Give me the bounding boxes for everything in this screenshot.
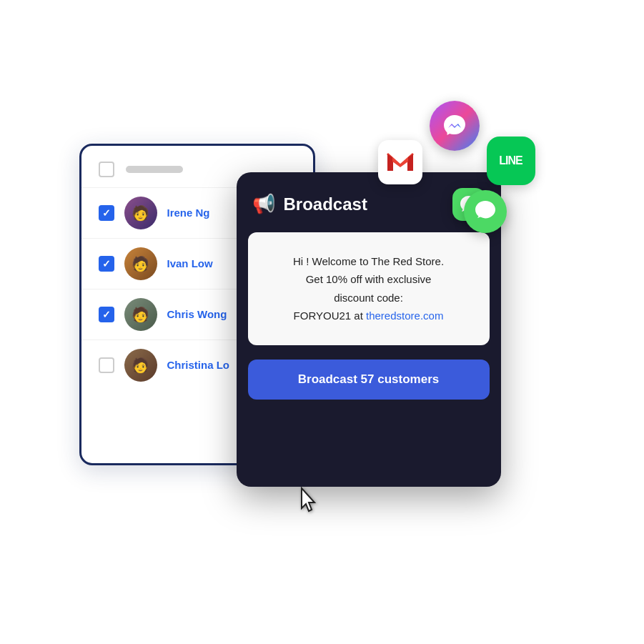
checkbox-christina[interactable] [99,357,114,373]
line-icon: LINE [487,137,535,185]
contact-name-chris: Chris Wong [167,308,227,320]
broadcast-message-text: Hi ! Welcome to The Red Store. Get 10% o… [265,252,472,325]
msg-line2: Get 10% off with exclusive [306,273,432,285]
contact-name-ivan: Ivan Low [167,257,213,269]
broadcast-title-group: 📢 Broadcast [252,193,367,215]
checkbox-ivan[interactable] [99,256,114,272]
header-checkbox[interactable] [99,162,114,177]
line-icon-label: LINE [499,154,522,167]
broadcast-button[interactable]: Broadcast 57 customers [248,360,490,400]
msg-line4: FORYOU21 at [294,309,363,322]
checkbox-chris[interactable] [99,307,114,322]
header-divider [126,166,183,173]
broadcast-card: 📢 Broadcast Hi ! Welcome to The Red Stor… [237,172,501,487]
avatar-face-ivan: 🧑 [124,247,157,280]
broadcast-megaphone-icon: 📢 [252,193,275,215]
imessage-floating-icon [464,190,507,233]
avatar-ivan: 🧑 [124,247,157,280]
avatar-face-christina: 🧑 [124,349,157,382]
scene: 🧑 Irene Ng 🧑 Ivan Low 🧑 Chris Wong 🧑 Chr… [79,101,565,544]
avatar-christina: 🧑 [124,349,157,382]
avatar-irene: 🧑 [124,197,157,229]
contact-name-irene: Irene Ng [167,207,210,219]
checkbox-irene[interactable] [99,205,114,221]
broadcast-header: 📢 Broadcast [237,172,501,232]
avatar-chris: 🧑 [124,298,157,331]
messenger-icon [430,101,480,151]
contact-name-christina: Christina Lo [167,359,230,371]
avatar-face-chris: 🧑 [124,298,157,331]
broadcast-link[interactable]: theredstore.com [366,309,443,322]
avatar-face-irene: 🧑 [124,197,157,229]
gmail-icon [378,140,422,184]
msg-line1: Hi ! Welcome to The Red Store. [293,255,444,267]
cursor-pointer [297,487,323,522]
broadcast-message-box: Hi ! Welcome to The Red Store. Get 10% o… [248,232,490,345]
broadcast-title-text: Broadcast [284,194,367,214]
msg-line3: discount code: [334,292,403,304]
